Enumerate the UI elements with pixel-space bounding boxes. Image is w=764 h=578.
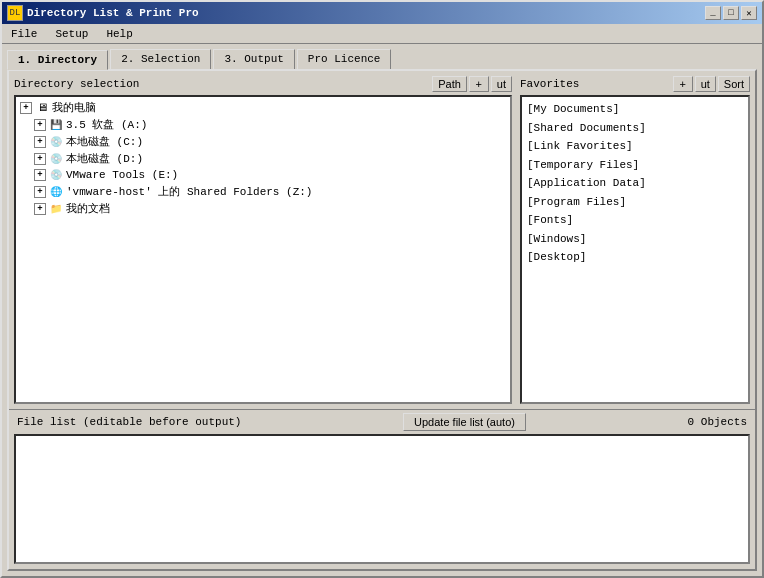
sort-fav-button[interactable]: Sort (718, 76, 750, 92)
favorites-label: Favorites (520, 78, 579, 90)
maximize-button[interactable]: □ (723, 6, 739, 20)
tree-label-my-documents: 我的文档 (66, 201, 110, 216)
menu-bar: File Setup Help (2, 24, 762, 44)
tree-item-my-documents[interactable]: + 我的文档 (18, 200, 508, 217)
add-fav-button[interactable]: + (673, 76, 693, 92)
expand-icon-floppy[interactable]: + (34, 119, 46, 131)
tree-label-shared-folders: 'vmware-host' 上的 Shared Folders (Z:) (66, 184, 312, 199)
main-window: DL Directory List & Print Pro _ □ ✕ File… (0, 0, 764, 578)
bottom-section: File list (editable before output) Updat… (9, 409, 755, 569)
tree-label-floppy: 3.5 软盘 (A:) (66, 117, 147, 132)
hdd-c-icon (48, 135, 64, 149)
fav-item-7[interactable]: [Windows] (525, 230, 745, 249)
objects-count: 0 Objects (688, 416, 747, 428)
update-file-list-button[interactable]: Update file list (auto) (403, 413, 526, 431)
fav-item-5[interactable]: [Program Files] (525, 193, 745, 212)
expand-icon-hdd-d[interactable]: + (34, 153, 46, 165)
file-list-area[interactable] (14, 434, 750, 564)
dir-left-controls: Path + ut (432, 76, 512, 92)
menu-help[interactable]: Help (102, 27, 136, 41)
close-button[interactable]: ✕ (741, 6, 757, 20)
expand-icon-shared[interactable]: + (34, 186, 46, 198)
file-list-header: File list (editable before output) Updat… (9, 409, 755, 434)
path-button[interactable]: Path (432, 76, 467, 92)
expand-icon-computer[interactable]: + (20, 102, 32, 114)
remove-fav-button[interactable]: ut (695, 76, 716, 92)
directory-right: Favorites + ut Sort [My Documents] [Shar… (520, 76, 750, 404)
menu-file[interactable]: File (7, 27, 41, 41)
tree-label-hdd-c: 本地磁盘 (C:) (66, 134, 143, 149)
title-bar-left: DL Directory List & Print Pro (7, 5, 199, 21)
file-list-label: File list (editable before output) (17, 416, 241, 428)
fav-item-3[interactable]: [Temporary Files] (525, 156, 745, 175)
tree-item-vmware-tools[interactable]: + VMware Tools (E:) (18, 167, 508, 183)
shared-folders-icon (48, 185, 64, 199)
main-content: Directory selection Path + ut + 我的电脑 + (7, 69, 757, 571)
tab-pro-licence[interactable]: Pro Licence (297, 49, 392, 69)
title-bar: DL Directory List & Print Pro _ □ ✕ (2, 2, 762, 24)
directory-panel: Directory selection Path + ut + 我的电脑 + (9, 71, 755, 409)
dir-right-controls: + ut Sort (673, 76, 750, 92)
fav-item-6[interactable]: [Fonts] (525, 211, 745, 230)
remove-dir-button[interactable]: ut (491, 76, 512, 92)
menu-setup[interactable]: Setup (51, 27, 92, 41)
title-buttons: _ □ ✕ (705, 6, 757, 20)
tree-label-hdd-d: 本地磁盘 (D:) (66, 151, 143, 166)
expand-icon-hdd-c[interactable]: + (34, 136, 46, 148)
tree-item-hdd-c[interactable]: + 本地磁盘 (C:) (18, 133, 508, 150)
fav-item-4[interactable]: [Application Data] (525, 174, 745, 193)
my-documents-icon (48, 202, 64, 216)
window-title: Directory List & Print Pro (27, 7, 199, 19)
minimize-button[interactable]: _ (705, 6, 721, 20)
dir-left-header: Directory selection Path + ut (14, 76, 512, 92)
directory-left: Directory selection Path + ut + 我的电脑 + (14, 76, 512, 404)
floppy-icon (48, 118, 64, 132)
fav-item-1[interactable]: [Shared Documents] (525, 119, 745, 138)
tree-item-floppy[interactable]: + 3.5 软盘 (A:) (18, 116, 508, 133)
tree-item-shared-folders[interactable]: + 'vmware-host' 上的 Shared Folders (Z:) (18, 183, 508, 200)
app-icon: DL (7, 5, 23, 21)
tab-directory[interactable]: 1. Directory (7, 50, 108, 70)
favorites-list[interactable]: [My Documents] [Shared Documents] [Link … (520, 95, 750, 404)
tab-output[interactable]: 3. Output (213, 49, 294, 69)
directory-selection-label: Directory selection (14, 78, 139, 90)
expand-icon-my-docs[interactable]: + (34, 203, 46, 215)
tree-item-computer[interactable]: + 我的电脑 (18, 99, 508, 116)
hdd-d-icon (48, 152, 64, 166)
computer-icon (34, 101, 50, 115)
tree-item-hdd-d[interactable]: + 本地磁盘 (D:) (18, 150, 508, 167)
fav-item-2[interactable]: [Link Favorites] (525, 137, 745, 156)
tab-selection[interactable]: 2. Selection (110, 49, 211, 69)
fav-item-8[interactable]: [Desktop] (525, 248, 745, 267)
tabs-area: 1. Directory 2. Selection 3. Output Pro … (2, 44, 762, 69)
vmware-tools-icon (48, 168, 64, 182)
tree-label-vmware-tools: VMware Tools (E:) (66, 169, 178, 181)
dir-right-header: Favorites + ut Sort (520, 76, 750, 92)
fav-item-0[interactable]: [My Documents] (525, 100, 745, 119)
tree-label-computer: 我的电脑 (52, 100, 96, 115)
add-dir-button[interactable]: + (469, 76, 489, 92)
expand-icon-vmware-tools[interactable]: + (34, 169, 46, 181)
directory-tree[interactable]: + 我的电脑 + 3.5 软盘 (A:) + 本地磁盘 (C:) (14, 95, 512, 404)
